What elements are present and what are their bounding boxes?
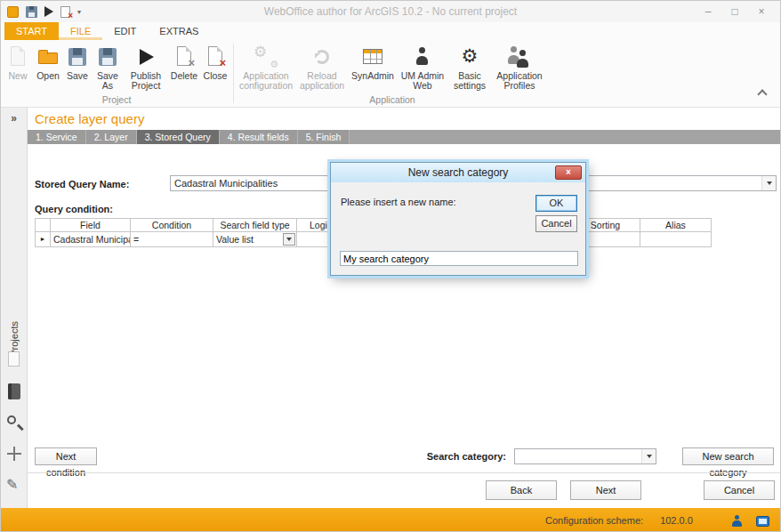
ribbon-group-application: ⚙⚙ Application configuration Reload appl…: [237, 40, 548, 107]
close-button[interactable]: ×: [748, 1, 775, 22]
column-header-alias[interactable]: Alias: [640, 219, 712, 232]
publish-play-icon: [133, 44, 159, 70]
new-document-icon: [4, 44, 31, 70]
reload-icon: [309, 44, 335, 70]
quick-publish-icon[interactable]: [44, 6, 53, 17]
users-icon: [506, 44, 533, 70]
ribbon-group-divider: [233, 44, 234, 103]
delete-document-icon: [171, 44, 197, 70]
cell-field[interactable]: Cadastral Municipalit: [51, 232, 131, 247]
app-logo-icon[interactable]: [7, 6, 19, 18]
open-folder-icon: [35, 44, 61, 70]
gear-icon: ⚙: [456, 44, 483, 70]
user-icon: [409, 44, 436, 70]
quick-save-icon[interactable]: [26, 6, 37, 18]
status-user-icon[interactable]: [732, 515, 742, 527]
sidebar-toolbar: ✎: [1, 351, 28, 494]
ribbon: New Open Save Save As: [1, 40, 780, 108]
value-list-dropdown-icon[interactable]: [283, 233, 295, 246]
wizard-step-result-fields[interactable]: 4. Result fields: [220, 130, 298, 144]
cancel-button[interactable]: Cancel: [704, 480, 775, 500]
column-header-marker: [36, 219, 51, 232]
dialog-close-icon[interactable]: ×: [555, 165, 582, 180]
back-button[interactable]: Back: [486, 480, 557, 500]
titlebar: ▾ WebOffice author for ArcGIS 10.2 - No …: [1, 1, 780, 22]
app-window: ▾ WebOffice author for ArcGIS 10.2 - No …: [0, 0, 781, 532]
ribbon-button-close[interactable]: Close: [200, 42, 230, 94]
dialog-cancel-button[interactable]: Cancel: [535, 215, 577, 232]
cell-condition[interactable]: =: [131, 232, 213, 247]
group-label-project: Project: [3, 94, 230, 107]
close-document-icon: [202, 44, 229, 70]
ribbon-button-application-configuration[interactable]: ⚙⚙ Application configuration: [237, 42, 295, 94]
chevron-down-icon[interactable]: [641, 449, 656, 463]
tab-edit[interactable]: EDIT: [102, 22, 148, 40]
cell-search-field-type[interactable]: Value list: [213, 232, 297, 247]
footer-divider: [28, 472, 780, 473]
ribbon-tab-bar: START FILE EDIT EXTRAS: [1, 22, 780, 40]
sidebar: » Projects ✎: [1, 108, 28, 508]
ribbon-button-reload-application[interactable]: Reload application: [295, 42, 349, 94]
wizard-step-service[interactable]: 1. Service: [28, 130, 86, 144]
window-title: WebOffice author for ArcGIS 10.2 - No cu…: [264, 5, 517, 18]
ribbon-button-open[interactable]: Open: [33, 42, 63, 94]
column-header-search-field-type[interactable]: Search field type: [213, 219, 297, 232]
column-header-field[interactable]: Field: [51, 219, 131, 232]
next-condition-button[interactable]: Next condition: [35, 447, 97, 465]
page-title: Create layer query: [35, 111, 144, 126]
tab-start[interactable]: START: [4, 22, 59, 40]
maximize-button[interactable]: □: [721, 1, 748, 22]
qat-dropdown-icon[interactable]: ▾: [77, 8, 81, 16]
page-tool-icon[interactable]: [5, 351, 23, 369]
notebook-tool-icon[interactable]: [5, 383, 23, 400]
column-header-condition[interactable]: Condition: [131, 219, 213, 232]
dialog-title: New search category: [331, 163, 585, 182]
tab-file[interactable]: FILE: [59, 22, 102, 40]
move-tool-icon[interactable]: [5, 445, 23, 463]
chevron-down-icon[interactable]: [761, 176, 776, 190]
new-search-category-button[interactable]: New search category: [682, 447, 774, 465]
new-category-input[interactable]: [340, 251, 578, 266]
cell-alias: [640, 232, 712, 247]
new-search-category-dialog: New search category × Please insert a ne…: [330, 162, 586, 276]
edit-tool-icon[interactable]: ✎: [5, 476, 23, 494]
ribbon-button-delete[interactable]: Delete: [168, 42, 200, 94]
dialog-titlebar: New search category ×: [331, 163, 585, 182]
minimize-button[interactable]: –: [695, 1, 721, 22]
configuration-scheme-value: 102.0.0: [660, 515, 693, 526]
status-app-icon[interactable]: [756, 516, 769, 527]
sidebar-expand-icon[interactable]: »: [1, 112, 27, 125]
save-as-icon: [94, 44, 121, 70]
window-controls: – □ ×: [695, 1, 775, 22]
ribbon-button-save-as[interactable]: Save As: [92, 42, 124, 94]
ribbon-button-synadmin[interactable]: SynAdmin: [349, 42, 397, 94]
wizard-step-layer[interactable]: 2. Layer: [86, 130, 137, 144]
next-button[interactable]: Next: [570, 480, 641, 500]
search-category-label: Search category:: [412, 451, 506, 462]
status-bar: Configuration scheme: 102.0.0: [1, 508, 780, 532]
row-marker-icon: ►: [36, 232, 51, 247]
ribbon-button-um-admin-web[interactable]: UM Admin Web: [397, 42, 448, 94]
group-label-application: Application: [237, 94, 548, 107]
ribbon-button-application-profiles[interactable]: Application Profiles: [491, 42, 548, 94]
ribbon-button-publish-project[interactable]: Publish Project: [124, 42, 168, 94]
configuration-scheme-label: Configuration scheme:: [545, 515, 643, 526]
stored-query-name-label: Stored Query Name:: [35, 179, 129, 189]
configuration-scheme: Configuration scheme: 102.0.0: [545, 515, 693, 526]
wizard-step-finish[interactable]: 5. Finish: [298, 130, 350, 144]
quick-close-project-icon[interactable]: [60, 6, 70, 18]
wizard-step-stored-query[interactable]: 3. Stored Query: [137, 130, 220, 144]
dialog-ok-button[interactable]: OK: [535, 195, 577, 212]
search-tool-icon[interactable]: [5, 414, 23, 431]
search-category-combobox[interactable]: [514, 448, 656, 464]
wizard-step-bar: 1. Service 2. Layer 3. Stored Query 4. R…: [28, 130, 780, 144]
ribbon-button-save[interactable]: Save: [63, 42, 92, 94]
tab-extras[interactable]: EXTRAS: [148, 22, 210, 40]
ribbon-group-project: New Open Save Save As: [3, 40, 230, 107]
dialog-prompt: Please insert a new name:: [341, 197, 456, 207]
quick-access-toolbar: ▾: [7, 4, 81, 19]
ribbon-button-basic-settings[interactable]: ⚙ Basic settings: [448, 42, 491, 94]
table-icon: [359, 44, 386, 70]
ribbon-button-new[interactable]: New: [3, 42, 33, 94]
query-condition-label: Query condition:: [35, 204, 113, 214]
